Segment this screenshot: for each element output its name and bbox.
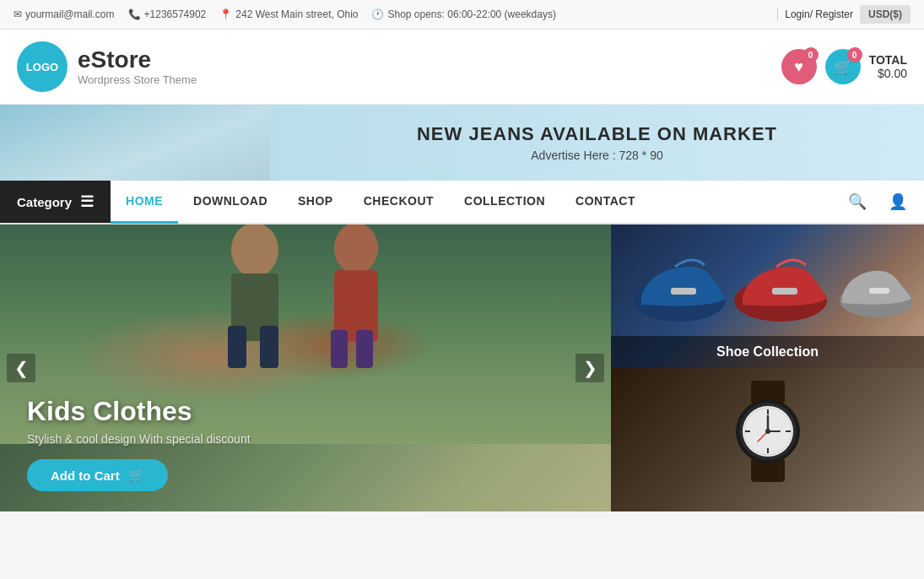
wishlist-badge: 0: [803, 47, 819, 62]
store-name: eStore: [78, 48, 197, 72]
phone-info: 📞 +1236574902: [128, 8, 207, 20]
nav-link-contact[interactable]: CONTACT: [560, 180, 651, 224]
banner-image: [0, 105, 270, 181]
svg-rect-23: [786, 430, 791, 432]
shoe-panel: Shoe Collection: [611, 225, 924, 368]
logo-text: LOGO: [26, 61, 58, 73]
currency-selector[interactable]: USD($): [860, 5, 910, 24]
svg-rect-9: [671, 288, 696, 295]
nav-link-shop[interactable]: SHOP: [283, 180, 349, 224]
slider-next-button[interactable]: ❯: [575, 354, 604, 382]
slider-description: Stylish & cool design With special disco…: [27, 432, 584, 446]
svg-rect-22: [745, 430, 750, 432]
hours-text: Shop opens: 06:00-22:00 (weekdays): [387, 8, 555, 20]
search-icon: 🔍: [848, 193, 867, 210]
watch-panel: [611, 368, 924, 511]
shoe-visual: [619, 233, 916, 343]
address-info: 📍 242 West Main street, Ohio: [219, 8, 358, 20]
wishlist-button[interactable]: ♥ 0: [781, 49, 817, 84]
add-to-cart-button[interactable]: Add to Cart 🛒: [27, 459, 168, 491]
watch-svg: [700, 381, 835, 482]
nav-links: HOME DOWNLOAD SHOP CHECKOUT COLLECTION C…: [111, 181, 831, 223]
nav-link-checkout[interactable]: CHECKOUT: [349, 180, 449, 224]
total-amount: $0.00: [869, 67, 907, 80]
store-info: eStore Wordpress Store Theme: [78, 48, 197, 86]
nav-right: 🔍 👤: [831, 181, 924, 223]
user-icon: 👤: [889, 193, 907, 210]
hamburger-icon: ☰: [80, 192, 94, 211]
watch-visual: [619, 376, 916, 486]
cart-button[interactable]: 🛒 0: [825, 49, 861, 84]
slider-title: Kids Clothes: [27, 396, 584, 427]
next-arrow-icon: ❯: [583, 358, 597, 378]
logo[interactable]: LOGO: [17, 41, 68, 92]
add-to-cart-label: Add to Cart: [51, 468, 120, 483]
cart-badge: 0: [847, 47, 862, 62]
cart-icon: 🛒: [128, 468, 144, 483]
slider-background: Kids Clothes Stylish & cool design With …: [0, 225, 611, 511]
nav-link-download[interactable]: DOWNLOAD: [178, 180, 283, 224]
slider-content: Kids Clothes Stylish & cool design With …: [27, 396, 584, 491]
nav-bar: Category ☰ HOME DOWNLOAD SHOP CHECKOUT C…: [0, 181, 924, 225]
nav-link-collection[interactable]: COLLECTION: [449, 180, 560, 224]
divider: [777, 8, 778, 20]
phone-text: +1236574902: [144, 8, 207, 20]
category-button[interactable]: Category ☰: [0, 181, 111, 223]
user-button[interactable]: 👤: [882, 189, 914, 214]
email-text: yourmail@mail.com: [25, 8, 115, 20]
store-tagline: Wordpress Store Theme: [78, 73, 197, 86]
banner: NEW JEANS AVAILABLE ON MARKET Advertise …: [0, 105, 924, 181]
phone-icon: 📞: [128, 8, 141, 20]
clock-icon: 🕐: [371, 8, 384, 20]
prev-arrow-icon: ❮: [14, 358, 29, 378]
shoe-panel-label: Shoe Collection: [611, 336, 924, 368]
svg-rect-20: [767, 409, 769, 414]
email-info: ✉ yourmail@mail.com: [14, 8, 115, 20]
shoes-svg: [624, 241, 911, 334]
svg-point-27: [765, 429, 770, 434]
slider-prev-button[interactable]: ❮: [7, 354, 35, 382]
svg-rect-21: [767, 448, 769, 453]
top-bar-right: Login/ Register USD($): [770, 5, 910, 24]
banner-text: NEW JEANS AVAILABLE ON MARKET Advertise …: [270, 123, 924, 162]
heart-icon: ♥: [794, 58, 803, 76]
total-label: TOTAL: [869, 53, 907, 67]
search-button[interactable]: 🔍: [841, 189, 873, 214]
top-bar: ✉ yourmail@mail.com 📞 +1236574902 📍 242 …: [0, 0, 924, 30]
banner-headline: NEW JEANS AVAILABLE ON MARKET: [287, 123, 907, 145]
top-bar-left: ✉ yourmail@mail.com 📞 +1236574902 📍 242 …: [14, 8, 556, 20]
banner-person: [0, 105, 270, 181]
svg-rect-13: [869, 288, 889, 294]
hours-info: 🕐 Shop opens: 06:00-22:00 (weekdays): [371, 8, 555, 20]
login-link[interactable]: Login/ Register: [785, 8, 853, 20]
banner-subtext: Advertise Here : 728 * 90: [287, 149, 907, 162]
header-icons: ♥ 0 🛒 0 TOTAL $0.00: [781, 49, 907, 84]
address-text: 242 West Main street, Ohio: [235, 8, 358, 20]
category-label: Category: [17, 195, 72, 209]
right-panels: Shoe Collection: [611, 225, 924, 511]
header: LOGO eStore Wordpress Store Theme ♥ 0 🛒 …: [0, 30, 924, 105]
location-icon: 📍: [219, 8, 232, 20]
email-icon: ✉: [14, 8, 22, 20]
nav-link-home[interactable]: HOME: [111, 180, 178, 224]
logo-area: LOGO eStore Wordpress Store Theme: [17, 41, 197, 92]
total-area: TOTAL $0.00: [869, 53, 907, 80]
main-content: Kids Clothes Stylish & cool design With …: [0, 225, 924, 511]
slider-section: Kids Clothes Stylish & cool design With …: [0, 225, 611, 511]
svg-rect-11: [772, 288, 797, 295]
